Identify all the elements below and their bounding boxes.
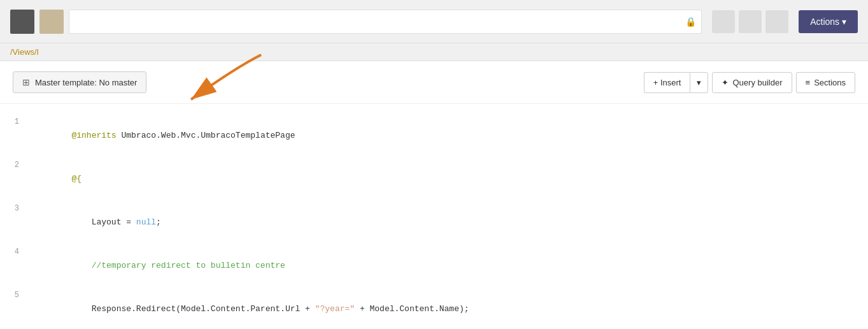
code-line-5: 5 Response.Redirect(Model.Content.Parent… [0, 288, 868, 329]
template-icon: ⊞ [22, 77, 30, 87]
line-number-4: 4 [0, 245, 32, 259]
action-icon-2[interactable] [739, 10, 762, 33]
top-toolbar: 🔒 Actions ▾ [0, 0, 868, 43]
code-editor[interactable]: 1 @inherits Umbraco.Web.Mvc.UmbracoTempl… [0, 104, 868, 329]
actions-label: Actions ▾ [810, 17, 846, 27]
lock-icon: 🔒 [685, 17, 696, 27]
top-bar-action-icons [712, 10, 788, 33]
line-content-1: @inherits Umbraco.Web.Mvc.UmbracoTemplat… [32, 115, 868, 157]
toolbar-right-buttons: + Insert ▾ ✦ Query builder ≡ Sections [644, 72, 855, 93]
logo-icon-dark [10, 10, 34, 34]
sections-button[interactable]: ≡ Sections [796, 72, 855, 93]
line-content-4: //temporary redirect to bulletin centre [32, 245, 868, 287]
path-input-area[interactable]: 🔒 [69, 10, 702, 34]
breadcrumb-text: /Views/l [10, 47, 39, 57]
query-builder-button[interactable]: ✦ Query builder [712, 72, 792, 93]
master-template-button[interactable]: ⊞ Master template: No master [13, 71, 146, 93]
line-content-5: Response.Redirect(Model.Content.Parent.U… [32, 288, 868, 329]
main-content: ⊞ Master template: No master + Insert ▾ … [0, 61, 868, 329]
insert-label: + Insert [653, 78, 681, 87]
breadcrumb: /Views/l [0, 43, 868, 61]
top-bar-left: 🔒 [10, 10, 788, 34]
code-line-1: 1 @inherits Umbraco.Web.Mvc.UmbracoTempl… [0, 114, 868, 157]
insert-button[interactable]: + Insert [644, 72, 690, 93]
line-number-1: 1 [0, 115, 32, 129]
code-line-3: 3 Layout = null; [0, 201, 868, 244]
chevron-down-icon: ▾ [697, 78, 701, 87]
logo-icon-light [39, 10, 64, 34]
action-icon-3[interactable] [765, 10, 788, 33]
sections-icon: ≡ [806, 78, 811, 87]
code-line-4: 4 //temporary redirect to bulletin centr… [0, 244, 868, 288]
query-builder-label: Query builder [732, 78, 782, 87]
code-line-2: 2 @{ [0, 157, 868, 201]
line-content-3: Layout = null; [32, 201, 868, 244]
line-number-2: 2 [0, 158, 32, 172]
actions-button[interactable]: Actions ▾ [799, 10, 858, 33]
query-builder-icon: ✦ [722, 78, 729, 87]
line-content-2: @{ [32, 158, 868, 200]
line-number-3: 3 [0, 201, 32, 216]
action-icon-1[interactable] [712, 10, 735, 33]
master-template-label: Master template: No master [35, 78, 137, 87]
sections-label: Sections [814, 78, 846, 87]
insert-dropdown-button[interactable]: ▾ [690, 72, 708, 93]
line-number-5: 5 [0, 288, 32, 302]
template-toolbar: ⊞ Master template: No master + Insert ▾ … [0, 61, 868, 104]
